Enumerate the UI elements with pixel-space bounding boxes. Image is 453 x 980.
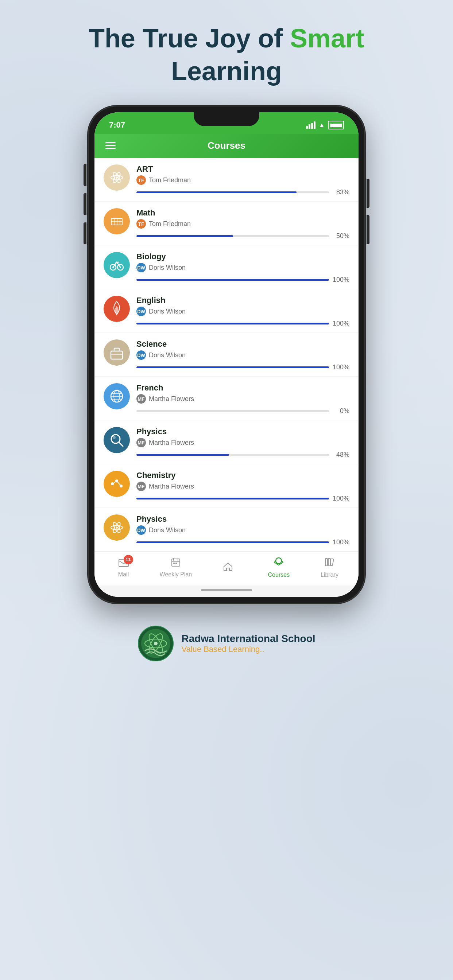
progress-bar-bg-biology [136, 279, 329, 281]
course-item-biology[interactable]: Biology DW Doris Wilson 100% [94, 245, 359, 289]
svg-rect-47 [173, 563, 175, 564]
progress-bar-bg-science [136, 366, 329, 368]
progress-bar-bg-math [136, 235, 329, 237]
progress-bar-biology [136, 279, 329, 281]
wifi-icon: ▲ [318, 121, 325, 129]
progress-row-biology: 100% [136, 276, 349, 284]
course-icon-biology [104, 252, 130, 278]
svg-point-32 [113, 436, 116, 439]
course-info-art: ART TF Tom Friedman 83% [136, 164, 349, 196]
school-tagline: Value Based Learning.. [181, 644, 315, 654]
app-title: Courses [207, 140, 246, 151]
teacher-avatar: DW [136, 525, 146, 535]
progress-pct-physics2: 100% [333, 538, 349, 546]
nav-icon-home [223, 562, 233, 574]
progress-pct-english: 100% [333, 320, 349, 328]
progress-row-art: 83% [136, 188, 349, 196]
svg-point-50 [276, 558, 282, 564]
progress-row-physics2: 100% [136, 538, 349, 546]
menu-button[interactable] [105, 142, 116, 149]
course-name-math: Math [136, 208, 349, 218]
course-item-chemistry[interactable]: Chemistry MF Martha Flowers 100% [94, 464, 359, 508]
footer: Radwa International School Value Based L… [137, 625, 315, 662]
nav-item-library[interactable]: Library [315, 557, 344, 578]
course-name-physics1: Physics [136, 427, 349, 436]
svg-text:📐: 📐 [11, 191, 48, 226]
course-icon-english [104, 296, 130, 322]
progress-row-science: 100% [136, 363, 349, 371]
nav-item-courses[interactable]: Courses [264, 557, 293, 578]
teacher-avatar: DW [136, 263, 146, 272]
teacher-avatar: TF [136, 219, 146, 229]
progress-bar-physics2 [136, 541, 329, 543]
nav-icon-weekly_plan [171, 557, 180, 570]
progress-bar-bg-physics2 [136, 541, 329, 543]
course-name-art: ART [136, 164, 349, 174]
svg-point-58 [154, 642, 158, 645]
svg-text:🧪: 🧪 [394, 592, 431, 627]
progress-bar-science [136, 366, 329, 368]
progress-pct-biology: 100% [333, 276, 349, 284]
course-name-science: Science [136, 339, 349, 349]
course-info-math: Math TF Tom Friedman 50% [136, 208, 349, 240]
progress-pct-science: 100% [333, 363, 349, 371]
course-icon-chemistry [104, 471, 130, 497]
nav-label-courses: Courses [268, 572, 290, 578]
teacher-name-art: Tom Friedman [149, 177, 191, 184]
course-item-art[interactable]: ART TF Tom Friedman 83% [94, 158, 359, 202]
svg-rect-14 [111, 218, 122, 225]
progress-pct-physics1: 48% [333, 451, 349, 459]
progress-bar-bg-english [136, 323, 329, 325]
course-item-english[interactable]: English DW Doris Wilson 100% [94, 289, 359, 333]
svg-point-49 [228, 570, 228, 571]
phone-screen: 7:07 ▲ [94, 112, 359, 597]
teacher-avatar: DW [136, 350, 146, 360]
teacher-row-math: TF Tom Friedman [136, 219, 349, 229]
course-info-physics1: Physics MF Martha Flowers 48% [136, 427, 349, 459]
course-item-physics2[interactable]: Physics DW Doris Wilson 100% [94, 508, 359, 552]
course-icon-science [104, 339, 130, 366]
school-logo [137, 625, 174, 662]
home-indicator [94, 585, 359, 597]
page-tagline: The True Joy of Smart Learning [89, 22, 364, 88]
progress-bar-bg-chemistry [136, 498, 329, 500]
teacher-avatar: MF [136, 438, 146, 447]
svg-rect-48 [175, 563, 177, 564]
progress-pct-french: 0% [333, 407, 349, 415]
signal-icon [306, 121, 316, 129]
course-icon-math [104, 208, 130, 234]
course-item-science[interactable]: Science DW Doris Wilson 100% [94, 333, 359, 377]
teacher-name-french: Martha Flowers [149, 395, 194, 403]
progress-row-math: 50% [136, 232, 349, 240]
svg-point-13 [116, 177, 118, 179]
svg-text:📚: 📚 [383, 377, 415, 407]
course-item-math[interactable]: Math TF Tom Friedman 50% [94, 202, 359, 245]
teacher-row-biology: DW Doris Wilson [136, 263, 349, 272]
nav-item-mail[interactable]: 11 Mail [109, 558, 138, 578]
progress-bar-art [136, 191, 297, 193]
teacher-avatar: DW [136, 307, 146, 316]
school-name: Radwa International School [181, 633, 315, 644]
course-item-physics1[interactable]: Physics MF Martha Flowers 48% [94, 420, 359, 464]
progress-row-physics1: 48% [136, 451, 349, 459]
battery-icon [328, 121, 344, 129]
course-info-physics2: Physics DW Doris Wilson 100% [136, 514, 349, 546]
course-name-biology: Biology [136, 252, 349, 261]
course-icon-physics1 [104, 427, 130, 453]
nav-item-weekly_plan[interactable]: Weekly Plan [160, 557, 192, 578]
nav-label-mail: Mail [118, 571, 129, 578]
progress-bar-bg-physics1 [136, 454, 329, 456]
teacher-row-science: DW Doris Wilson [136, 350, 349, 360]
course-name-physics2: Physics [136, 514, 349, 524]
teacher-avatar: MF [136, 482, 146, 491]
phone-notch [194, 112, 259, 126]
progress-bar-english [136, 323, 329, 325]
course-item-french[interactable]: French MF Martha Flowers 0% [94, 377, 359, 420]
teacher-row-french: MF Martha Flowers [136, 394, 349, 404]
footer-text: Radwa International School Value Based L… [181, 633, 315, 654]
svg-text:📏: 📏 [18, 848, 55, 882]
nav-icon-library [324, 557, 335, 570]
svg-line-36 [112, 481, 117, 484]
teacher-row-physics2: DW Doris Wilson [136, 525, 349, 535]
nav-item-home[interactable] [214, 562, 242, 574]
